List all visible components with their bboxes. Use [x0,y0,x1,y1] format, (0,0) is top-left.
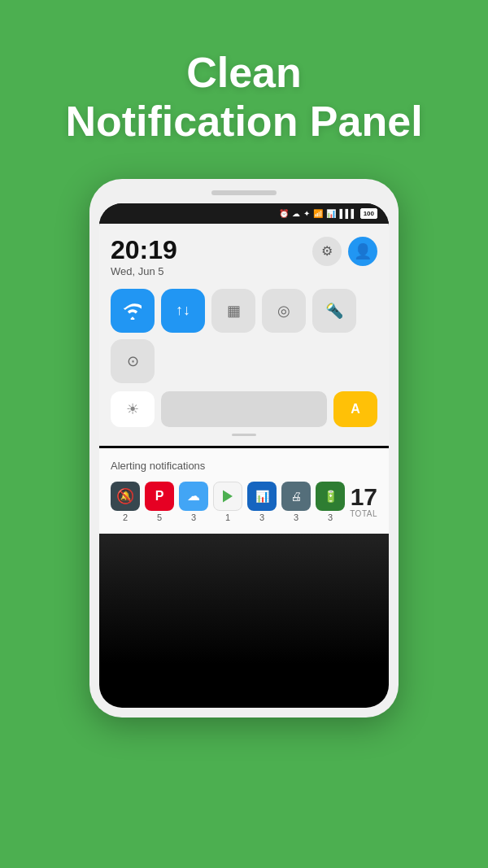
alert-app-count: 2 [123,513,128,522]
notif-total-section: 17 TOTAL [350,485,377,518]
screenrecord-tile[interactable]: ⊙ [111,339,155,383]
notif-header-text: Alerting notifications [111,460,377,472]
scanner-app-count: 3 [294,513,298,522]
battery-app-count: 3 [328,513,333,522]
battery-app-icon: 🔋 [316,482,345,511]
phone-mockup: ⏰ ☁ ✦ 📶 📊 ▌▌▌ 100 20:19 Wed, Jun 5 [89,179,399,718]
header-section: Clean Notification Panel [0,0,488,171]
current-date: Wed, Jun 5 [111,265,177,277]
pinterest-app-icon: P [145,482,174,511]
notif-app-play: 1 [213,482,242,522]
panel-drag-handle [232,434,256,436]
header-line2: Notification Panel [0,98,488,146]
battery-indicator: 100 [360,208,377,219]
app-background: Clean Notification Panel ⏰ ☁ ✦ 📶 📊 ▌▌▌ 1… [0,0,488,868]
play-app-count: 1 [225,513,230,522]
auto-brightness-tile[interactable]: A [333,391,377,427]
hotspot-tile[interactable]: ◎ [262,289,306,333]
notif-app-scanner: 🖨 3 [281,482,311,522]
notifications-panel: Alerting notifications 🔕 2 P 5 [99,448,389,534]
brightness-icon: ☀ [111,391,155,427]
total-label: TOTAL [350,509,377,518]
cloud-app-count: 3 [191,513,196,522]
signal-bars-icon: ▌▌▌ [339,209,356,218]
brightness-row: ☀ A [111,391,377,427]
notif-apps-list: 🔕 2 P 5 ☁ 3 [111,482,345,522]
alert-app-icon: 🔕 [111,482,140,511]
user-avatar-button[interactable]: 👤 [348,237,377,266]
time-date-section: 20:19 Wed, Jun 5 [111,237,177,277]
notif-app-pinterest: P 5 [145,482,174,522]
phone-screen: ⏰ ☁ ✦ 📶 📊 ▌▌▌ 100 20:19 Wed, Jun 5 [99,203,389,708]
wifi-tile[interactable] [111,289,155,333]
nfc-tile[interactable]: ▦ [211,289,255,333]
bluetooth-icon: ✦ [303,209,310,218]
header-line1: Clean [0,49,488,98]
qs-action-icons: ⚙ 👤 [312,237,377,266]
wifi-status-icon: 📶 [313,209,323,218]
sync-icon: ☁ [292,209,300,218]
notif-app-analytics: 📊 3 [247,482,277,522]
quick-settings-panel: 20:19 Wed, Jun 5 ⚙ 👤 ↑↓ [99,224,389,446]
notif-apps-row: 🔕 2 P 5 ☁ 3 [111,482,377,522]
brightness-slider[interactable] [161,391,327,427]
alarm-icon: ⏰ [279,209,289,218]
qs-top-row: 20:19 Wed, Jun 5 ⚙ 👤 [111,237,377,277]
quick-tiles-grid: ↑↓ ▦ ◎ 🔦 ⊙ [111,289,377,383]
pinterest-app-count: 5 [157,513,162,522]
mobile-data-tile[interactable]: ↑↓ [161,289,205,333]
notif-app-cloud: ☁ 3 [179,482,208,522]
flashlight-tile[interactable]: 🔦 [312,289,356,333]
analytics-app-count: 3 [259,513,264,522]
phone-wrapper: ⏰ ☁ ✦ 📶 📊 ▌▌▌ 100 20:19 Wed, Jun 5 [0,179,488,718]
signal-icon: 📊 [326,209,336,218]
cloud-app-icon: ☁ [179,482,208,511]
scanner-app-icon: 🖨 [281,482,311,511]
total-count: 17 [350,485,377,509]
analytics-app-icon: 📊 [247,482,277,511]
notif-app-alert: 🔕 2 [111,482,140,522]
phone-notch [211,190,277,195]
settings-icon-button[interactable]: ⚙ [312,237,342,266]
play-app-icon [213,482,242,511]
status-bar: ⏰ ☁ ✦ 📶 📊 ▌▌▌ 100 [99,203,389,224]
status-icons: ⏰ ☁ ✦ 📶 📊 ▌▌▌ 100 [279,208,377,219]
phone-bottom-area [99,534,389,664]
notif-app-battery: 🔋 3 [316,482,345,522]
current-time: 20:19 [111,237,177,263]
